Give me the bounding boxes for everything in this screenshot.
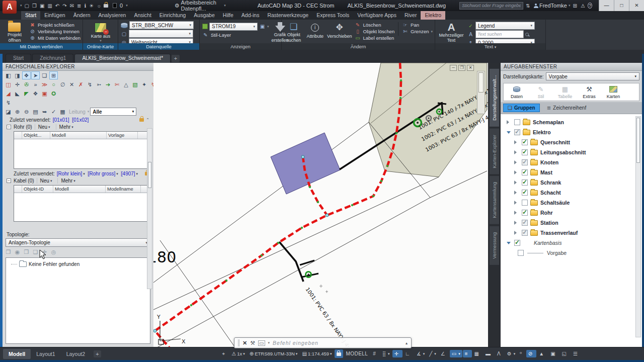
- viewport-restore-button[interactable]: ❐: [458, 65, 465, 71]
- caret-down-icon[interactable]: ▾: [268, 341, 270, 345]
- tree-item-schemaplan[interactable]: Schemaplan: [501, 117, 642, 127]
- filter-tool-icon[interactable]: ⊖: [22, 108, 31, 116]
- grenzen-button[interactable]: ✄Grenzen▾: [402, 29, 433, 34]
- expander-icon[interactable]: [514, 160, 519, 164]
- pipe-tool-icon[interactable]: ○: [49, 80, 58, 88]
- topology-tool-icon[interactable]: ◉: [13, 248, 22, 256]
- filter-tool-icon[interactable]: ✓: [49, 108, 58, 116]
- expander-icon[interactable]: [514, 140, 519, 144]
- recent-template-link[interactable]: [Rohr klein]: [57, 171, 83, 176]
- filter-tool-icon[interactable]: ⊕: [13, 108, 22, 116]
- status-toggle[interactable]: ∟: [403, 350, 414, 357]
- status-toggle[interactable]: ▭▾: [450, 350, 462, 357]
- layer-lock-icon[interactable]: [104, 4, 108, 8]
- quick-access-icon[interactable]: ≣: [76, 3, 82, 9]
- minimize-button[interactable]: —: [599, 0, 614, 11]
- pipe-tool-icon[interactable]: ▧: [131, 80, 139, 88]
- layout-tab[interactable]: Layout1: [31, 349, 60, 359]
- quick-access-icon[interactable]: ▥: [46, 3, 53, 9]
- tree-item-mast[interactable]: Mast: [501, 167, 642, 177]
- status-toggle[interactable]: ▤1:174.459▾: [300, 350, 334, 358]
- maximize-button[interactable]: □: [614, 0, 629, 11]
- text-search-input[interactable]: [475, 30, 524, 38]
- cable-tool-icon[interactable]: ❖: [31, 89, 40, 98]
- explorer-tool-icon[interactable]: ◧: [4, 71, 13, 79]
- quick-access-icon[interactable]: ✉: [69, 3, 75, 9]
- checkbox[interactable]: [522, 210, 528, 216]
- trench-line[interactable]: [155, 63, 401, 347]
- feature-source-combo[interactable]: STR_BBR_SCHW▾: [129, 21, 194, 29]
- pipe-tool-icon[interactable]: ↯: [149, 80, 153, 88]
- quick-access-icon[interactable]: ↶: [54, 3, 60, 9]
- attribute-button[interactable]: iAttribute: [305, 21, 324, 43]
- objekt-suchen-button[interactable]: ❏Objekt suchen: [284, 21, 303, 43]
- caret-down-icon[interactable]: ▾: [83, 172, 85, 176]
- side-tab[interactable]: Kartensammlung: [490, 176, 499, 224]
- drawing-area[interactable]: 1001: PVC 140 / 7x NAYY-J 4x150 1002: PV…: [153, 63, 488, 347]
- checkbox[interactable]: [514, 119, 520, 125]
- explorer-tool-icon[interactable]: ⊞: [49, 71, 58, 79]
- tree-item-kartenbasis[interactable]: Kartenbasis: [501, 238, 642, 248]
- status-toggle[interactable]: Λ: [495, 350, 505, 357]
- taskpane-scrollbar[interactable]: [635, 116, 641, 337]
- checkbox[interactable]: [522, 200, 528, 206]
- layout-tab[interactable]: Layout2: [61, 349, 91, 359]
- command-window-icon[interactable]: ▭: [258, 340, 265, 346]
- viewport-close-button[interactable]: ✕: [467, 65, 474, 71]
- label-erstellen-button[interactable]: ▭Label erstellen: [355, 35, 395, 41]
- checkbox[interactable]: [514, 129, 520, 135]
- karten-button[interactable]: Karten: [602, 85, 624, 99]
- document-tab[interactable]: Start: [6, 54, 31, 63]
- explorer-tool-icon[interactable]: ➤: [31, 71, 40, 79]
- tree-item-schaltsaeule[interactable]: Schaltsäule: [501, 198, 642, 208]
- extras-button[interactable]: ⚒Extras: [578, 85, 600, 99]
- text-style-combo[interactable]: Legend▾: [475, 22, 535, 30]
- unlock-icon[interactable]: [139, 118, 144, 122]
- side-tab[interactable]: Karten-Explorer: [490, 129, 499, 174]
- checkbox[interactable]: [522, 159, 528, 165]
- pipe-tool-icon[interactable]: ∅: [58, 80, 67, 88]
- projekt-oeffnen-button[interactable]: Projekt öffnen: [3, 21, 27, 43]
- checkbox[interactable]: [522, 220, 528, 226]
- checkbox[interactable]: [522, 169, 528, 175]
- document-tab[interactable]: ALKIS_Biesenbrow_Schweinemast*: [74, 54, 171, 63]
- command-input[interactable]: [273, 340, 403, 346]
- status-toggle[interactable]: ▣: [548, 350, 559, 357]
- filter-combo[interactable]: Alle▾: [90, 108, 136, 116]
- ui-lock-toggle[interactable]: [335, 349, 343, 358]
- ribbon-tab[interactable]: Verfügbare Apps: [353, 11, 400, 20]
- status-toggle[interactable]: º: [518, 350, 526, 357]
- cable-tool-icon[interactable]: ◣: [13, 89, 22, 98]
- expander-icon[interactable]: [514, 180, 519, 185]
- checkbox[interactable]: [514, 240, 520, 246]
- tree-item-querschnitt[interactable]: Querschnitt: [501, 137, 642, 147]
- tree-item-vorgabe[interactable]: Vorgabe: [501, 248, 642, 258]
- status-toggle[interactable]: ╱▾: [427, 350, 438, 357]
- ribbon-tab[interactable]: Ansicht: [130, 11, 155, 20]
- quick-access-icon[interactable]: ▢: [24, 3, 30, 9]
- recent-template-link[interactable]: [4907]: [121, 171, 135, 176]
- ribbon-tab[interactable]: Analysieren: [95, 11, 130, 20]
- status-toggle[interactable]: #: [371, 350, 380, 357]
- wrench-icon[interactable]: ⚒: [250, 340, 255, 346]
- quick-access-icon[interactable]: ↷: [61, 3, 67, 9]
- display-map-combo[interactable]: Vorgabe▾: [546, 72, 639, 80]
- topology-result-box[interactable]: Keine Fehler gefunden: [6, 257, 150, 344]
- status-toggle[interactable]: ∡▾: [415, 350, 427, 357]
- tree-item-station[interactable]: Station: [501, 218, 642, 228]
- pipe-tool-icon[interactable]: ≫: [40, 80, 49, 88]
- building-purple[interactable]: [271, 133, 340, 194]
- caret-down-icon[interactable]: ▾: [116, 172, 118, 176]
- status-toggle[interactable]: ✛: [392, 350, 403, 357]
- scrollbar-thumb[interactable]: [148, 162, 151, 188]
- layout-tab[interactable]: Modell: [3, 349, 31, 359]
- side-tab[interactable]: Darstellungsverwalt...: [490, 69, 499, 127]
- expander-icon[interactable]: [514, 221, 519, 225]
- ribbon-tab[interactable]: Rasterwerkzeuge: [263, 11, 312, 20]
- expander-icon[interactable]: [507, 131, 512, 134]
- kabel-mehr-button[interactable]: Mehr▾: [57, 178, 78, 184]
- status-toggle[interactable]: ⣿▾: [380, 350, 392, 357]
- status-toggle[interactable]: ▲: [537, 350, 548, 357]
- quick-access-icon[interactable]: ☼: [96, 3, 102, 9]
- projekt-schliessen-button[interactable]: ✖Projekt schließen: [29, 22, 80, 28]
